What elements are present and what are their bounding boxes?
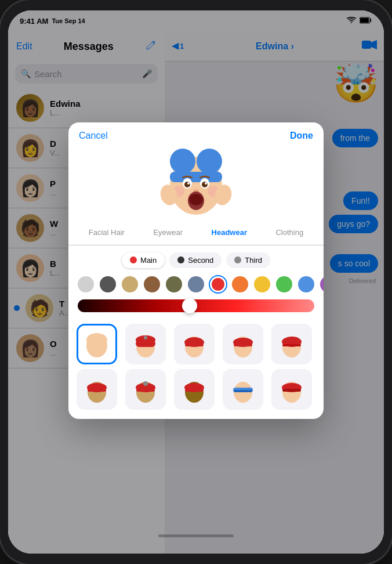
color-swatch-0[interactable] bbox=[78, 276, 94, 292]
third-label: Third bbox=[245, 256, 262, 265]
svg-rect-46 bbox=[136, 389, 155, 392]
second-color-dot bbox=[177, 256, 184, 263]
headwear-item-8[interactable] bbox=[223, 369, 263, 410]
memoji-preview bbox=[68, 141, 324, 222]
svg-rect-36 bbox=[234, 344, 252, 346]
cancel-button[interactable]: Cancel bbox=[79, 131, 108, 141]
svg-point-19 bbox=[189, 194, 203, 205]
third-color-dot bbox=[234, 256, 241, 263]
color-slider-row bbox=[68, 297, 324, 318]
headwear-item-4[interactable] bbox=[271, 324, 312, 364]
color-slider[interactable] bbox=[78, 299, 314, 312]
modal-overlay: Cancel Done bbox=[8, 10, 384, 554]
main-label: Main bbox=[140, 256, 157, 265]
svg-point-47 bbox=[143, 381, 148, 386]
color-swatch-8[interactable] bbox=[254, 276, 270, 292]
headwear-item-5[interactable] bbox=[77, 369, 117, 410]
tab-clothing[interactable]: Clothing bbox=[271, 226, 308, 239]
headwear-item-6[interactable] bbox=[125, 369, 166, 410]
category-tabs: Facial Hair Eyewear Headwear Clothing bbox=[68, 222, 324, 245]
headwear-item-2[interactable] bbox=[174, 324, 215, 364]
svg-rect-56 bbox=[282, 389, 301, 392]
second-color-mode-button[interactable]: Second bbox=[169, 252, 222, 268]
svg-point-32 bbox=[186, 337, 202, 344]
svg-point-16 bbox=[205, 182, 207, 185]
svg-rect-10 bbox=[170, 172, 222, 182]
color-swatch-11[interactable] bbox=[320, 276, 324, 292]
svg-rect-50 bbox=[185, 389, 204, 392]
svg-rect-33 bbox=[185, 344, 204, 346]
svg-rect-40 bbox=[282, 344, 301, 346]
svg-point-9 bbox=[197, 149, 222, 174]
svg-rect-39 bbox=[295, 341, 300, 344]
modal-panel: Cancel Done bbox=[68, 122, 324, 419]
slider-thumb[interactable] bbox=[182, 298, 197, 313]
color-swatch-3[interactable] bbox=[144, 276, 160, 292]
tab-eyewear[interactable]: Eyewear bbox=[148, 226, 187, 239]
svg-point-13 bbox=[184, 182, 190, 187]
headwear-item-3[interactable] bbox=[223, 324, 263, 364]
svg-rect-53 bbox=[234, 390, 252, 392]
color-swatch-10[interactable] bbox=[298, 276, 314, 292]
svg-point-15 bbox=[187, 182, 190, 185]
modal-header: Cancel Done bbox=[68, 122, 324, 141]
device-frame: 9:41 AM Tue Sep 14 bbox=[0, 0, 392, 564]
color-swatch-4[interactable] bbox=[166, 276, 182, 292]
svg-point-29 bbox=[144, 336, 147, 339]
color-swatch-1[interactable] bbox=[100, 276, 116, 292]
color-swatch-2[interactable] bbox=[122, 276, 138, 292]
color-mode-row: Main Second Third bbox=[68, 245, 324, 272]
color-palette bbox=[68, 272, 324, 297]
third-color-mode-button[interactable]: Third bbox=[226, 252, 270, 268]
headwear-item-9[interactable] bbox=[271, 369, 312, 410]
color-swatch-5[interactable] bbox=[188, 276, 204, 292]
camera-dot bbox=[194, 6, 198, 10]
color-swatch-9[interactable] bbox=[276, 276, 292, 292]
color-swatch-6[interactable] bbox=[210, 276, 226, 292]
svg-point-8 bbox=[170, 149, 195, 174]
screen: 9:41 AM Tue Sep 14 bbox=[8, 10, 384, 554]
svg-point-25 bbox=[86, 333, 107, 347]
svg-rect-43 bbox=[88, 389, 106, 392]
headwear-item-1[interactable] bbox=[125, 324, 166, 364]
second-label: Second bbox=[188, 256, 213, 265]
done-button[interactable]: Done bbox=[290, 131, 313, 141]
headwear-grid bbox=[68, 318, 324, 419]
main-color-dot bbox=[130, 256, 137, 263]
headwear-item-0[interactable] bbox=[77, 324, 117, 364]
color-swatch-7[interactable] bbox=[232, 276, 248, 292]
tab-facial-hair[interactable]: Facial Hair bbox=[84, 226, 129, 239]
svg-point-14 bbox=[202, 182, 208, 187]
headwear-item-7[interactable] bbox=[174, 369, 215, 410]
tab-headwear[interactable]: Headwear bbox=[207, 226, 252, 239]
main-color-mode-button[interactable]: Main bbox=[122, 252, 165, 268]
